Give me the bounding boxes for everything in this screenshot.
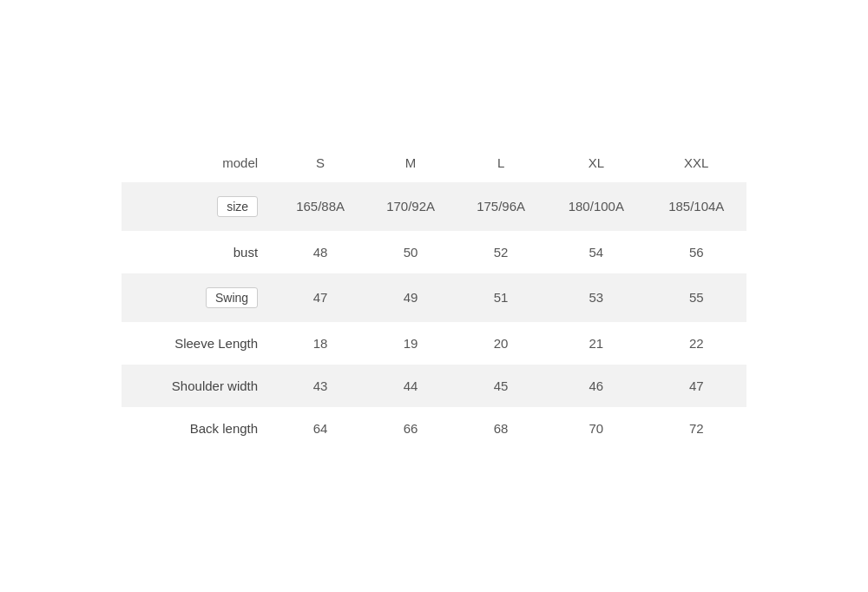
row-value: 47 [647, 365, 746, 407]
row-value: 51 [456, 273, 546, 322]
row-value: 72 [647, 407, 746, 450]
row-value: 180/100A [546, 182, 646, 231]
table-row: bust4850525456 [122, 231, 746, 273]
row-value: 22 [647, 322, 746, 365]
header-col-xl: XL [546, 143, 646, 182]
row-value: 64 [275, 407, 365, 450]
row-value: 43 [275, 365, 365, 407]
row-value: 19 [365, 322, 456, 365]
table-row: Swing4749515355 [122, 273, 746, 322]
size-chart-container: model S M L XL XXL size165/88A170/92A175… [122, 143, 746, 450]
row-label-box: size [217, 196, 258, 217]
size-table: model S M L XL XXL size165/88A170/92A175… [122, 143, 746, 450]
row-value: 53 [546, 273, 646, 322]
table-row: Sleeve Length1819202122 [122, 322, 746, 365]
header-row: model S M L XL XXL [122, 143, 746, 182]
row-value: 68 [456, 407, 546, 450]
row-label: Swing [122, 273, 275, 322]
row-value: 18 [275, 322, 365, 365]
row-value: 49 [365, 273, 456, 322]
row-value: 66 [365, 407, 456, 450]
row-label: bust [122, 231, 275, 273]
row-label: Back length [122, 407, 275, 450]
row-label-box: Swing [206, 287, 258, 308]
header-col-l: L [456, 143, 546, 182]
row-value: 50 [365, 231, 456, 273]
row-value: 48 [275, 231, 365, 273]
row-label: Shoulder width [122, 365, 275, 407]
row-value: 54 [546, 231, 646, 273]
row-value: 55 [647, 273, 746, 322]
row-value: 170/92A [365, 182, 456, 231]
row-value: 45 [456, 365, 546, 407]
row-value: 56 [647, 231, 746, 273]
header-label: model [122, 143, 275, 182]
row-value: 46 [546, 365, 646, 407]
header-col-s: S [275, 143, 365, 182]
row-value: 20 [456, 322, 546, 365]
row-value: 165/88A [275, 182, 365, 231]
table-row: size165/88A170/92A175/96A180/100A185/104… [122, 182, 746, 231]
header-col-xxl: XXL [647, 143, 746, 182]
row-value: 70 [546, 407, 646, 450]
row-value: 175/96A [456, 182, 546, 231]
header-col-m: M [365, 143, 456, 182]
row-value: 52 [456, 231, 546, 273]
table-row: Shoulder width4344454647 [122, 365, 746, 407]
table-row: Back length6466687072 [122, 407, 746, 450]
row-value: 47 [275, 273, 365, 322]
row-label: Sleeve Length [122, 322, 275, 365]
row-label: size [122, 182, 275, 231]
row-value: 44 [365, 365, 456, 407]
row-value: 185/104A [647, 182, 746, 231]
row-value: 21 [546, 322, 646, 365]
